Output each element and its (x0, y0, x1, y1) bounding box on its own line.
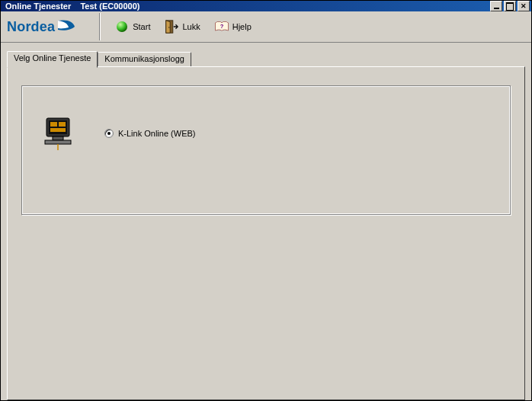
service-row: K-Link Online (WEB) (42, 117, 195, 150)
svg-rect-10 (53, 136, 63, 140)
lukk-label: Lukk (182, 22, 200, 31)
svg-rect-9 (50, 128, 66, 132)
app-window: Online Tjenester Test (EC00000) Nordea (0, 0, 532, 401)
service-groupbox: K-Link Online (WEB) (21, 85, 511, 215)
svg-point-0 (117, 21, 127, 32)
brand-name: Nordea (7, 19, 55, 35)
green-ball-icon (114, 19, 130, 34)
start-label: Start (133, 22, 150, 31)
nordea-sail-icon (56, 19, 76, 34)
radio-klink-label: K-Link Online (WEB) (118, 129, 195, 138)
tab-select-service[interactable]: Velg Online Tjeneste (7, 51, 98, 68)
client-area: Velg Online Tjeneste Kommunikasjonslogg (1, 43, 531, 401)
svg-rect-8 (59, 122, 66, 127)
radio-icon (104, 129, 114, 138)
svg-point-3 (169, 27, 170, 27)
titlebar: Online Tjenester Test (EC00000) (1, 1, 531, 11)
radio-klink-online[interactable]: K-Link Online (WEB) (104, 129, 195, 138)
tab-panel: K-Link Online (WEB) (7, 66, 525, 400)
window-controls (489, 1, 530, 11)
svg-text:?: ? (220, 23, 223, 30)
toolbar-separator (99, 13, 101, 40)
minimize-button[interactable] (490, 1, 502, 11)
window-title: Online Tjenester Test (EC00000) (2, 2, 139, 11)
tab-select-service-label: Velg Online Tjeneste (14, 53, 91, 63)
maximize-button[interactable] (504, 1, 516, 11)
toolbar: Nordea St (1, 11, 531, 43)
lukk-button[interactable]: Lukk (159, 13, 204, 40)
tab-comm-log-label: Kommunikasjonslogg (104, 54, 184, 63)
hjelp-label: Hjelp (232, 22, 252, 31)
brand-logo: Nordea (7, 19, 90, 35)
computer-icon (42, 117, 74, 150)
svg-rect-7 (50, 122, 57, 127)
door-exit-icon (164, 19, 179, 34)
close-button[interactable] (518, 1, 530, 11)
tab-comm-log[interactable]: Kommunikasjonslogg (98, 52, 191, 67)
hjelp-button[interactable]: ? Hjelp (210, 13, 256, 40)
help-book-icon: ? (214, 19, 229, 34)
tab-strip: Velg Online Tjeneste Kommunikasjonslogg (7, 50, 525, 67)
start-button[interactable]: Start (110, 13, 155, 40)
svg-marker-2 (166, 21, 170, 33)
svg-rect-11 (45, 140, 71, 144)
